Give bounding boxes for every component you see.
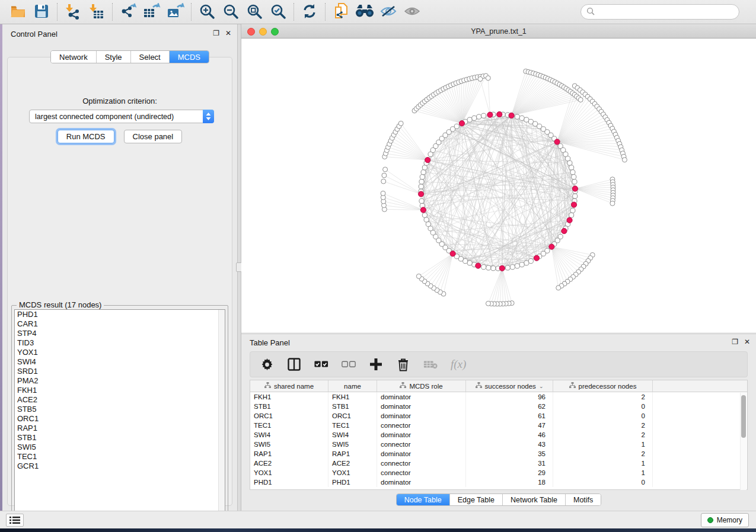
column-header-shared-name[interactable]: shared name — [250, 380, 328, 392]
leaf-node[interactable] — [416, 274, 421, 278]
save-session-button[interactable] — [30, 2, 53, 22]
mcds-result-item[interactable]: FKH1 — [15, 386, 225, 395]
delete-trash-icon[interactable] — [396, 357, 410, 371]
first-neighbors-button[interactable] — [353, 2, 377, 22]
column-header-predecessor-nodes[interactable]: predecessor nodes — [553, 380, 653, 392]
leaf-node[interactable] — [556, 286, 561, 290]
mcds-hub-node[interactable] — [420, 207, 426, 213]
tab-mcds[interactable]: MCDS — [170, 51, 209, 63]
column-header-MCDS-role[interactable]: MCDS role — [377, 380, 466, 392]
zoom-selected-button[interactable] — [266, 2, 290, 22]
open-session-button[interactable] — [6, 2, 30, 22]
leaf-node[interactable] — [610, 201, 615, 206]
table-row[interactable]: TEC1TEC1connector472 — [250, 421, 747, 430]
ring-node[interactable] — [481, 265, 486, 270]
mcds-hub-node[interactable] — [509, 113, 514, 118]
ring-node[interactable] — [569, 165, 574, 170]
leaf-node[interactable] — [478, 76, 483, 81]
ring-node[interactable] — [426, 222, 430, 226]
mcds-result-item[interactable]: GCR1 — [15, 462, 225, 471]
table-row[interactable]: STB1STB1dominator620 — [250, 402, 747, 411]
ring-node[interactable] — [524, 261, 529, 265]
ring-node[interactable] — [505, 265, 510, 270]
import-table-button[interactable] — [85, 2, 109, 22]
tab-style[interactable]: Style — [97, 51, 131, 63]
search-box[interactable] — [580, 4, 739, 20]
ring-node[interactable] — [419, 198, 424, 203]
ring-node[interactable] — [572, 180, 577, 184]
network-graph[interactable] — [241, 39, 756, 332]
network-view-canvas[interactable] — [241, 39, 756, 332]
ring-node[interactable] — [524, 117, 529, 122]
ring-node[interactable] — [573, 194, 578, 198]
select-all-icon[interactable] — [314, 357, 328, 371]
leaf-node[interactable] — [486, 301, 490, 306]
ring-node[interactable] — [424, 217, 429, 222]
mcds-result-item[interactable]: SWI5 — [15, 443, 225, 452]
mcds-hub-node[interactable] — [549, 244, 554, 249]
table-scrollbar-thumb[interactable] — [741, 395, 746, 438]
leaf-node[interactable] — [383, 167, 388, 172]
ring-node[interactable] — [570, 170, 575, 175]
table-vertical-scrollbar[interactable] — [740, 393, 747, 490]
mcds-hub-node[interactable] — [425, 158, 430, 163]
tab-network[interactable]: Network — [51, 51, 97, 63]
mcds-result-item[interactable]: STB1 — [15, 433, 225, 443]
mcds-hub-node[interactable] — [497, 111, 502, 117]
tab-network-table[interactable]: Network Table — [503, 494, 566, 505]
leaf-node[interactable] — [578, 97, 583, 102]
mcds-result-item[interactable]: TEC1 — [15, 452, 225, 462]
add-column-plus-icon[interactable] — [369, 357, 383, 371]
mcds-result-list[interactable]: PHD1CAR1STP4TID3YOX1SWI4SRD1PMA2FKH1ACE2… — [14, 309, 225, 521]
mcds-hub-node[interactable] — [476, 263, 481, 268]
mcds-result-item[interactable]: SRD1 — [15, 367, 225, 376]
show-all-button[interactable] — [400, 2, 424, 22]
mcds-list-scrollbar[interactable] — [218, 310, 225, 521]
run-mcds-button[interactable]: Run MCDS — [58, 130, 114, 143]
mcds-result-item[interactable]: STB5 — [15, 405, 225, 414]
ring-node[interactable] — [454, 124, 459, 129]
mcds-result-item[interactable]: PHD1 — [15, 310, 225, 319]
table-row[interactable]: RAP1RAP1dominator352 — [250, 449, 747, 459]
mcds-hub-node[interactable] — [572, 186, 578, 191]
task-history-button[interactable] — [6, 514, 24, 527]
mcds-result-item[interactable]: SWI4 — [15, 357, 225, 367]
import-network-button[interactable] — [61, 2, 85, 22]
ring-node[interactable] — [420, 175, 425, 180]
mcds-hub-node[interactable] — [459, 121, 464, 126]
ring-node[interactable] — [515, 114, 519, 119]
close-panel-button[interactable]: Close panel — [124, 130, 183, 143]
leaf-node[interactable] — [486, 76, 490, 81]
mcds-result-item[interactable]: RAP1 — [15, 424, 225, 433]
ring-node[interactable] — [477, 114, 481, 119]
ring-node[interactable] — [510, 265, 515, 270]
network-window-titlebar[interactable]: YPA_prune.txt_1 — [241, 25, 756, 39]
mcds-hub-node[interactable] — [450, 251, 455, 257]
mcds-hub-node[interactable] — [418, 191, 423, 197]
mcds-result-item[interactable]: YOX1 — [15, 348, 225, 357]
zoom-fit-button[interactable] — [243, 2, 266, 22]
float-table-panel-icon[interactable]: ❐ — [732, 338, 738, 345]
deselect-all-icon[interactable] — [342, 357, 356, 371]
table-row[interactable]: FKH1FKH1dominator962 — [250, 392, 747, 402]
hide-selected-button[interactable] — [377, 2, 400, 22]
ring-node[interactable] — [419, 180, 424, 184]
ring-node[interactable] — [467, 117, 472, 122]
table-row[interactable]: YOX1YOX1connector291 — [250, 468, 747, 477]
mcds-hub-node[interactable] — [567, 217, 572, 223]
ring-node[interactable] — [569, 213, 574, 217]
leaf-node[interactable] — [381, 179, 386, 184]
leaf-node[interactable] — [381, 191, 385, 196]
tab-select[interactable]: Select — [131, 51, 170, 63]
mcds-hub-node[interactable] — [534, 255, 539, 261]
ring-node[interactable] — [421, 170, 426, 175]
mcds-result-item[interactable]: ORC1 — [15, 414, 225, 424]
leaf-node[interactable] — [622, 158, 627, 162]
leaf-node[interactable] — [382, 173, 387, 178]
ring-node[interactable] — [566, 156, 570, 161]
tab-motifs[interactable]: Motifs — [566, 494, 601, 505]
ring-node[interactable] — [572, 175, 576, 180]
search-input[interactable] — [598, 8, 728, 16]
network-from-selection-button[interactable] — [329, 2, 353, 22]
ring-node[interactable] — [422, 213, 427, 217]
